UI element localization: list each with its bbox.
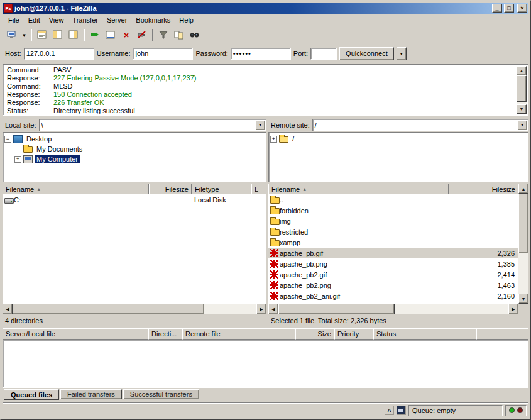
username-input[interactable] xyxy=(133,48,193,60)
scroll-track[interactable] xyxy=(395,304,508,314)
scroll-left-icon[interactable]: ◀ xyxy=(268,304,278,314)
tree-item-desktop[interactable]: − Desktop xyxy=(4,134,265,144)
column-header-filename[interactable]: Filename ▲ xyxy=(3,184,149,194)
log-text: PASV xyxy=(53,66,72,74)
toggle-local-tree-icon[interactable] xyxy=(50,28,65,43)
tree-item-my-computer[interactable]: + My Computer xyxy=(4,154,265,164)
file-row[interactable]: apache_pb2.gif 2,414 xyxy=(268,269,518,280)
file-row[interactable]: apache_pb2_ani.gif 2,160 xyxy=(268,290,518,301)
menu-item-file[interactable]: File xyxy=(4,15,24,25)
file-row[interactable]: xampp xyxy=(268,237,518,248)
scroll-left-icon[interactable]: ◀ xyxy=(3,304,13,314)
scroll-thumb[interactable] xyxy=(517,75,527,102)
menu-item-help[interactable]: Help xyxy=(175,15,198,25)
close-button[interactable]: × xyxy=(517,4,527,13)
cancel-icon[interactable]: × xyxy=(119,28,134,43)
local-site-combo[interactable]: \ ▼ xyxy=(39,119,266,131)
collapse-icon[interactable]: − xyxy=(4,136,11,143)
queue-body[interactable] xyxy=(3,340,528,388)
scroll-right-icon[interactable]: ▶ xyxy=(508,304,518,314)
remote-vertical-scrollbar[interactable]: ▲ ▼ xyxy=(518,184,528,304)
scroll-track[interactable] xyxy=(518,253,528,294)
drive-icon xyxy=(4,198,14,204)
file-size: 1,463 xyxy=(449,280,518,290)
combo-dropdown-icon[interactable]: ▼ xyxy=(517,120,527,130)
expand-icon[interactable]: + xyxy=(270,136,277,143)
combo-dropdown-icon[interactable]: ▼ xyxy=(255,120,265,130)
scroll-thumb[interactable] xyxy=(13,304,204,314)
tab-failed-transfers[interactable]: Failed transfers xyxy=(60,389,122,399)
scroll-up-icon[interactable]: ▲ xyxy=(518,184,528,194)
file-row[interactable]: apache_pb2.png 1,463 xyxy=(268,280,518,290)
site-manager-icon[interactable] xyxy=(4,28,19,43)
ascii-mode-icon[interactable]: A xyxy=(385,406,394,415)
expand-icon[interactable]: + xyxy=(14,156,21,163)
file-name: apache_pb.gif xyxy=(280,250,323,257)
tab-successful-transfers[interactable]: Successful transfers xyxy=(123,389,199,399)
menu-item-bookmarks[interactable]: Bookmarks xyxy=(131,15,175,25)
column-header-remote-file[interactable]: Remote file xyxy=(182,328,295,340)
file-row[interactable]: apache_pb.png 1,385 xyxy=(268,258,518,269)
column-header-filetype[interactable]: Filetype xyxy=(192,184,251,194)
maximize-button[interactable]: □ xyxy=(504,4,514,13)
column-header-lastmodified[interactable]: L xyxy=(251,184,266,194)
scroll-right-icon[interactable]: ▶ xyxy=(256,304,266,314)
scroll-up-icon[interactable]: ▲ xyxy=(517,66,527,75)
toggle-queue-icon[interactable] xyxy=(103,28,118,43)
port-input[interactable] xyxy=(310,48,337,60)
file-row-selected[interactable]: apache_pb.gif 2,326 xyxy=(268,248,518,258)
file-name: C: xyxy=(14,196,21,204)
encryption-indicator-icon[interactable] xyxy=(397,406,406,415)
scroll-track[interactable] xyxy=(204,304,256,314)
tree-item-label: / xyxy=(290,135,296,143)
host-input[interactable] xyxy=(24,48,94,60)
toggle-message-log-icon[interactable] xyxy=(35,28,50,43)
menu-item-edit[interactable]: Edit xyxy=(24,15,45,25)
tree-item-root[interactable]: + / xyxy=(270,134,527,144)
menu-item-server[interactable]: Server xyxy=(102,15,131,25)
column-header-filesize[interactable]: Filesize xyxy=(149,184,192,194)
site-manager-dropdown-icon[interactable]: ▼ xyxy=(20,28,28,43)
column-header-label: Priority xyxy=(337,330,359,338)
file-row[interactable]: .. xyxy=(268,194,518,205)
refresh-icon[interactable] xyxy=(87,28,102,43)
remote-site-combo[interactable]: / ▼ xyxy=(312,119,528,131)
column-header-server-local-file[interactable]: Server/Local file xyxy=(3,328,148,340)
find-icon[interactable] xyxy=(187,28,202,43)
tree-item-my-documents[interactable]: My Documents xyxy=(4,144,265,154)
quickconnect-dropdown-icon[interactable]: ▼ xyxy=(397,47,407,60)
file-row[interactable]: img xyxy=(268,216,518,226)
local-horizontal-scrollbar[interactable]: ◀ ▶ xyxy=(3,304,266,314)
password-input[interactable] xyxy=(231,48,291,60)
scroll-thumb[interactable] xyxy=(278,304,395,314)
compare-icon[interactable] xyxy=(172,28,187,43)
filter-icon[interactable] xyxy=(156,28,171,43)
tab-queued-files[interactable]: Queued files xyxy=(4,389,59,400)
column-header-filename[interactable]: Filename ▲ xyxy=(268,184,449,194)
quickconnect-button[interactable]: Quickconnect xyxy=(339,47,394,60)
scroll-down-icon[interactable]: ▼ xyxy=(518,294,528,304)
column-header-label: Filename xyxy=(271,185,300,193)
scroll-down-icon[interactable]: ▼ xyxy=(517,104,527,114)
column-header-direction[interactable]: Directi... xyxy=(148,328,182,340)
scroll-thumb[interactable] xyxy=(518,194,528,253)
disconnect-icon[interactable] xyxy=(134,28,150,43)
folder-icon xyxy=(270,197,280,204)
folder-open-icon xyxy=(279,136,288,143)
column-header-status[interactable]: Status xyxy=(373,328,476,340)
column-header-priority[interactable]: Priority xyxy=(334,328,373,340)
log-scrollbar[interactable]: ▲ ▼ xyxy=(517,66,527,114)
file-row[interactable]: forbidden xyxy=(268,205,518,216)
toggle-remote-tree-icon[interactable] xyxy=(66,28,81,43)
file-row[interactable]: restricted xyxy=(268,226,518,237)
column-header-filesize[interactable]: Filesize xyxy=(449,184,518,194)
log-label: Status: xyxy=(7,107,53,115)
title-bar[interactable]: Fz john@127.0.0.1 - FileZilla _ □ × xyxy=(3,3,528,14)
minimize-button[interactable]: _ xyxy=(492,4,502,13)
column-header-size[interactable]: Size xyxy=(295,328,334,340)
menu-item-view[interactable]: View xyxy=(45,15,68,25)
menu-item-transfer[interactable]: Transfer xyxy=(68,15,102,25)
remote-horizontal-scrollbar[interactable]: ◀ ▶ xyxy=(268,304,518,314)
toolbar-separator xyxy=(84,29,85,41)
file-row[interactable]: C: Local Disk xyxy=(3,194,266,205)
